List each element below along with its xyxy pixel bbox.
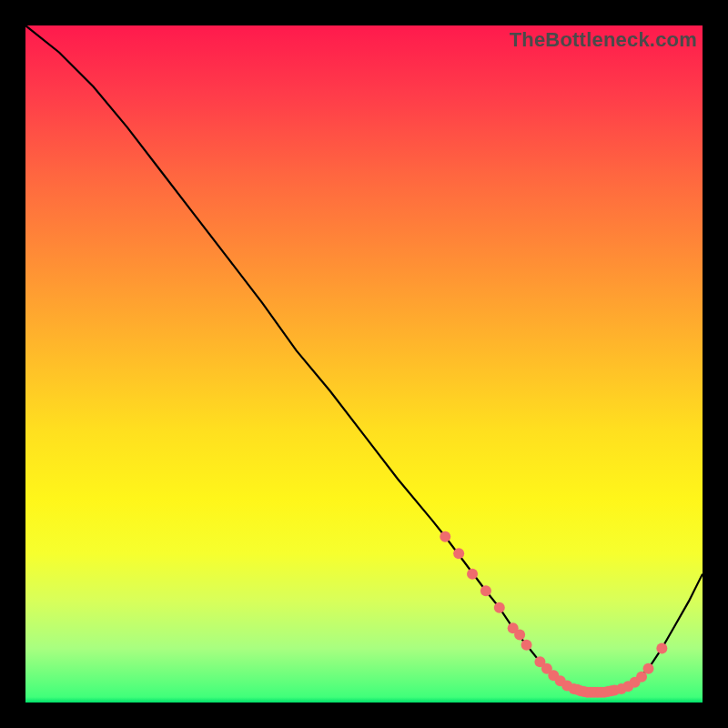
marker-dot [521, 640, 532, 651]
plot-area: TheBottleneck.com [25, 25, 703, 703]
chart-svg [25, 25, 703, 703]
marker-dot [642, 663, 653, 674]
marker-dot [656, 642, 667, 653]
marker-dot [514, 630, 525, 641]
marker-dots-group [440, 531, 667, 698]
marker-dot [467, 569, 478, 580]
marker-dot [480, 585, 491, 596]
bottleneck-curve [25, 25, 703, 693]
marker-dot [440, 531, 450, 542]
marker-dot [453, 548, 464, 559]
marker-dot [494, 602, 505, 613]
outer-frame: TheBottleneck.com [0, 0, 728, 728]
